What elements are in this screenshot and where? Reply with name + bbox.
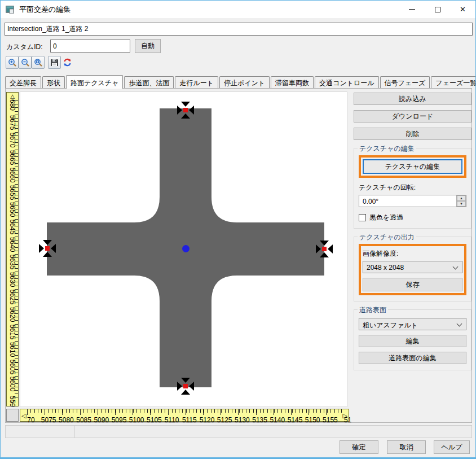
ruler-scroll-up-icon[interactable]: △	[10, 94, 15, 99]
handle-arrow-icon	[189, 106, 194, 115]
h-ruler-label: 5100	[129, 417, 144, 423]
tab-bar: 交差脚長形状路面テクスチャ歩道面、法面走行ルート停止ポイント滞留車両数交通コント…	[5, 75, 476, 88]
intersection-center-point[interactable]	[182, 245, 189, 252]
h-ruler-label: 5155	[323, 417, 338, 423]
zoom-region-button[interactable]	[32, 56, 45, 69]
tab-1[interactable]: 形状	[42, 76, 65, 88]
h-ruler-label: 5125	[217, 417, 232, 423]
texture-rotation-label: テクスチャの回転:	[359, 183, 466, 193]
h-ruler-label: 5135	[252, 417, 267, 423]
v-ruler-label: 5610	[9, 342, 16, 357]
h-ruler-label: 5150	[305, 417, 320, 423]
road-surface-edit-button[interactable]: 編集	[359, 335, 466, 347]
custom-id-label: カスタムID:	[6, 42, 42, 52]
road-surface-value: 粗いアスファルト	[363, 321, 418, 329]
road-end-handle[interactable]	[316, 241, 333, 257]
ruler-scroll-left-icon[interactable]: ◁	[21, 412, 26, 418]
h-ruler-label: 5120	[200, 417, 215, 423]
custom-id-input[interactable]	[50, 40, 130, 53]
load-texture-button[interactable]: 読み込み	[354, 93, 471, 105]
v-ruler-label: 5640	[9, 237, 16, 252]
image-resolution-label: 画像解像度:	[363, 249, 462, 259]
zoom-out-icon	[21, 58, 30, 67]
refresh-view-button[interactable]	[61, 56, 74, 69]
v-ruler-label: 5615	[9, 324, 16, 339]
road-surface-group-title: 道路表面	[358, 305, 388, 315]
handle-arrow-icon	[328, 244, 333, 253]
road-surface-detail-edit-button[interactable]: 道路表面の編集	[359, 352, 466, 364]
road-end-handle[interactable]	[177, 378, 194, 395]
download-texture-button[interactable]: ダウンロード	[354, 110, 471, 123]
texture-output-highlight: 画像解像度: 2048 x 2048 保存	[359, 244, 466, 295]
road-texture-tab-page: △ ▽ 680567556705665566056555650564556405…	[5, 88, 472, 423]
road-end-handle[interactable]	[177, 102, 194, 119]
zoom-out-button[interactable]	[19, 56, 32, 69]
intersection-name-input[interactable]	[5, 23, 473, 36]
status-pane-2	[74, 426, 471, 438]
cancel-button[interactable]: 取消	[387, 440, 426, 454]
save-texture-button[interactable]: 保存	[363, 278, 462, 291]
texture-edit-highlight: テクスチャの編集	[359, 155, 466, 178]
tab-8[interactable]: 信号フェーズ	[380, 76, 430, 88]
v-ruler-label: 5620	[9, 307, 16, 322]
black-transparent-checkbox[interactable]	[359, 214, 366, 221]
ok-button[interactable]: 確定	[340, 440, 378, 454]
tab-5[interactable]: 停止ポイント	[219, 76, 270, 88]
maximize-button[interactable]	[425, 1, 450, 18]
v-ruler-label: 5660	[9, 167, 16, 182]
road-surface-group: 道路表面 粗いアスファルト 編集 道路表面の編集	[354, 309, 471, 370]
texture-edit-group-title: テクスチャの編集	[358, 144, 416, 154]
status-pane-1	[6, 426, 74, 438]
v-ruler-label: 5645	[9, 220, 16, 235]
texture-rotation-input[interactable]: 0.00°	[359, 195, 466, 207]
h-ruler-label: 5085	[76, 417, 91, 423]
app-icon	[5, 5, 15, 15]
h-ruler-label: 5145	[288, 417, 303, 423]
chevron-down-icon	[457, 321, 462, 327]
handle-center-square	[183, 384, 188, 388]
handle-arrow-icon	[51, 244, 56, 253]
handle-center-square	[183, 108, 188, 112]
road-end-handle[interactable]	[39, 240, 56, 257]
v-ruler-label: 5630	[9, 272, 16, 287]
handle-arrow-icon	[316, 244, 321, 253]
texture-output-group: テクスチャの出力 画像解像度: 2048 x 2048 保存	[354, 237, 471, 301]
road-surface-select[interactable]: 粗いアスファルト	[359, 318, 466, 330]
ruler-scroll-down-icon[interactable]: ▽	[10, 399, 15, 405]
v-ruler-label: 5665	[9, 150, 16, 165]
minimize-icon	[409, 9, 415, 10]
tab-6[interactable]: 滞留車両数	[271, 76, 314, 88]
h-ruler-label: 70	[27, 417, 34, 423]
h-ruler-label: 5095	[112, 417, 127, 423]
texture-edit-button[interactable]: テクスチャの編集	[363, 159, 462, 174]
texture-edit-group: テクスチャの編集 テクスチャの編集 テクスチャの回転: 0.00° ▲ ▼ 黒色…	[354, 148, 471, 229]
tab-0[interactable]: 交差脚長	[5, 76, 41, 88]
intersection-canvas[interactable]	[20, 91, 347, 407]
v-ruler-label: 5675	[9, 115, 16, 130]
ruler-scroll-right-icon[interactable]: ▷	[343, 412, 347, 418]
rotation-spin-up-icon[interactable]: ▲	[457, 195, 466, 201]
delete-texture-button[interactable]: 削除	[354, 128, 471, 140]
tab-2[interactable]: 路面テクスチャ	[66, 75, 123, 89]
v-ruler-label: 680	[9, 99, 16, 111]
close-icon: ✕	[460, 5, 466, 14]
tab-3[interactable]: 歩道面、法面	[124, 76, 174, 88]
handle-center-square	[322, 247, 327, 251]
image-resolution-select[interactable]: 2048 x 2048	[363, 261, 462, 273]
h-ruler-label: 5130	[235, 417, 250, 423]
minimize-button[interactable]	[399, 1, 425, 18]
help-button[interactable]: ヘルプ	[434, 440, 470, 454]
h-ruler-label: 5140	[270, 417, 285, 423]
zoom-in-icon	[8, 58, 17, 67]
v-ruler-label: 5605	[9, 359, 16, 374]
tab-4[interactable]: 走行ルート	[175, 76, 218, 88]
edit-intersection-dialog: 平面交差の編集 ✕ カスタムID: 自動	[0, 0, 476, 459]
close-button[interactable]: ✕	[450, 1, 475, 18]
zoom-in-button[interactable]	[6, 56, 19, 69]
rotation-spin-down-icon[interactable]: ▼	[457, 201, 466, 207]
tab-9[interactable]: フェーズ一覧	[431, 76, 476, 88]
tab-7[interactable]: 交通コントロール	[315, 76, 378, 88]
save-view-button[interactable]	[48, 56, 61, 69]
h-ruler-label: 5105	[147, 417, 162, 423]
auto-id-button[interactable]: 自動	[135, 39, 161, 53]
